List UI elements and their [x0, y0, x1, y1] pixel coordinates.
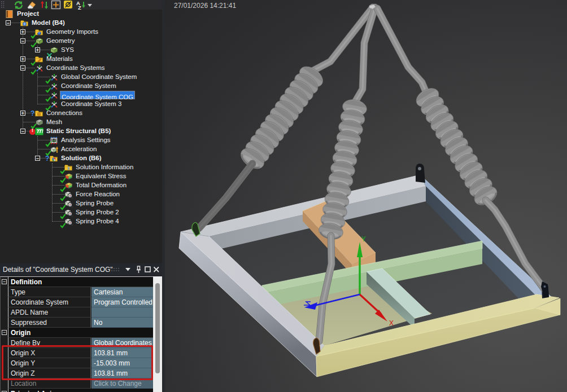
svg-text:Z: Z — [78, 5, 81, 10]
svg-text:X: X — [389, 319, 394, 327]
svg-text:Y: Y — [361, 235, 366, 243]
